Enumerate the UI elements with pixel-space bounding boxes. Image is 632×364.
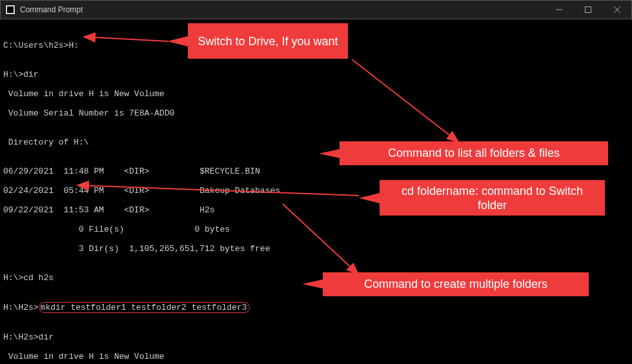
terminal-line: Volume in drive H is New Volume [3,352,629,361]
terminal-line: H:\H2s>dir [3,332,629,342]
window-title: Command Prompt [20,5,83,14]
terminal-line: 0 File(s) 0 bytes [3,225,629,234]
minimize-button[interactable] [544,0,573,19]
maximize-button[interactable] [573,0,602,19]
terminal-line: H:\>dir [3,70,629,79]
terminal-line: Volume Serial Number is 7E8A-ADD0 [3,108,629,118]
mkdir-highlight: mkdir testfolder1 testfolder2 testfolder… [39,302,250,313]
svg-rect-1 [585,7,591,13]
close-button[interactable] [602,0,631,19]
terminal-line: 06/29/2021 11:48 PM <DIR> $RECYCLE.BIN [3,167,629,176]
callout-cd: cd foldername: command to Switch folder [380,180,605,216]
callout-mkdir: Command to create multiple folders [323,272,589,296]
callout-list-folders: Command to list all folders & files [340,141,608,165]
terminal-line: 3 Dir(s) 1,105,265,651,712 bytes free [3,244,629,254]
callout-switch-drive: Switch to Drive, If you want [188,23,348,59]
cmd-icon [5,5,15,15]
titlebar: Command Prompt [0,0,632,19]
terminal-line: Volume in drive H is New Volume [3,89,629,99]
terminal-line: H:\H2s>mkdir testfolder1 testfolder2 tes… [3,302,629,313]
